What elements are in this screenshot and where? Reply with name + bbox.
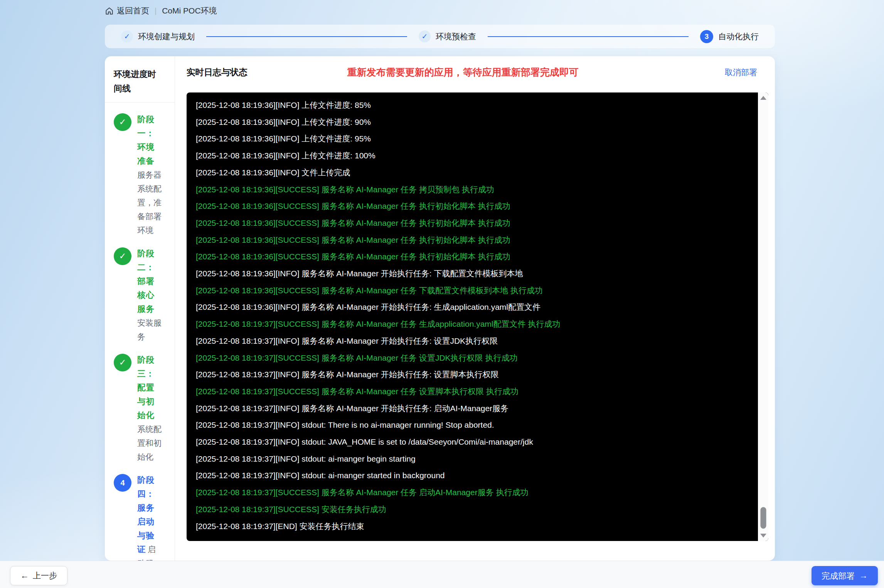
left-arrow-icon: ← bbox=[20, 571, 29, 580]
log-line: [2025-12-08 18:19:37][INFO] stdout: ai-m… bbox=[196, 467, 754, 484]
right-arrow-icon: → bbox=[859, 571, 868, 580]
stage-desc: 安装服务 bbox=[137, 318, 162, 341]
log-section: 实时日志与状态 重新发布需要更新的应用，等待应用重新部署完成即可 取消部署 [2… bbox=[175, 56, 775, 561]
check-icon: ✓ bbox=[419, 30, 431, 42]
log-line: [2025-12-08 18:19:36][INFO] 文件上传完成 bbox=[196, 164, 754, 181]
log-line: [2025-12-08 18:19:36][SUCCESS] 服务名称 AI-M… bbox=[196, 282, 754, 299]
log-line: [2025-12-08 18:19:36][SUCCESS] 服务名称 AI-M… bbox=[196, 198, 754, 215]
stage-title: 阶段一：环境准备 bbox=[137, 115, 155, 166]
log-line: [2025-12-08 18:19:37][SUCCESS] 服务名称 AI-M… bbox=[196, 316, 754, 333]
log-line: [2025-12-08 18:19:36][SUCCESS] 服务名称 AI-M… bbox=[196, 215, 754, 232]
stepper-connector bbox=[488, 36, 689, 37]
cancel-deploy-link[interactable]: 取消部署 bbox=[725, 67, 757, 78]
stage-title: 阶段三：配置与初始化 bbox=[137, 355, 155, 420]
stepper-connector bbox=[206, 36, 407, 37]
stepper-step-1[interactable]: ✓ 环境创建与规划 bbox=[121, 30, 195, 42]
log-line: [2025-12-08 18:19:37][SUCCESS] 安装任务执行成功 bbox=[196, 501, 754, 518]
scrollbar[interactable] bbox=[758, 92, 768, 541]
stage-title: 阶段二：部署核心服务 bbox=[137, 249, 155, 314]
log-header: 实时日志与状态 重新发布需要更新的应用，等待应用重新部署完成即可 取消部署 bbox=[187, 66, 757, 79]
log-line: [2025-12-08 18:19:36][SUCCESS] 服务名称 AI-M… bbox=[196, 232, 754, 249]
check-icon: ✓ bbox=[114, 247, 131, 265]
log-title: 实时日志与状态 bbox=[187, 66, 248, 78]
timeline-stage-1: ✓ 阶段一：环境准备 服务器系统配置，准备部署环境 bbox=[114, 113, 167, 237]
log-line: [2025-12-08 18:19:37][INFO] 服务名称 AI-Mana… bbox=[196, 366, 754, 383]
stage-desc: 系统配置和初始化 bbox=[137, 425, 162, 461]
timeline-stage-3: ✓ 阶段三：配置与初始化 系统配置和初始化 bbox=[114, 353, 167, 464]
stage-number-badge: 4 bbox=[114, 474, 131, 492]
breadcrumb-separator: | bbox=[154, 7, 157, 15]
log-line: [2025-12-08 18:19:37][SUCCESS] 服务名称 AI-M… bbox=[196, 484, 754, 501]
finish-deploy-label: 完成部署 bbox=[822, 570, 855, 581]
log-line: [2025-12-08 18:19:37][END] 安装任务执行结束 bbox=[196, 518, 754, 535]
log-line: [2025-12-08 18:19:37][INFO] stdout: Ther… bbox=[196, 417, 754, 433]
log-line: [2025-12-08 18:19:36][SUCCESS] 服务名称 AI-M… bbox=[196, 181, 754, 198]
home-link[interactable]: 返回首页 bbox=[105, 5, 149, 16]
scrollbar-thumb[interactable] bbox=[760, 507, 766, 529]
home-icon bbox=[105, 7, 114, 15]
terminal: [2025-12-08 18:19:36][INFO] 上传文件进度: 85%[… bbox=[187, 92, 768, 541]
timeline-stage-4: 4 阶段四：服务启动与验证 启动服 bbox=[114, 473, 167, 561]
timeline-stage-2: ✓ 阶段二：部署核心服务 安装服务 bbox=[114, 247, 167, 344]
log-annotation: 重新发布需要更新的应用，等待应用重新部署完成即可 bbox=[248, 66, 725, 79]
main-panel: 环境进度时间线 ✓ 阶段一：环境准备 服务器系统配置，准备部署环境 ✓ 阶段二：… bbox=[105, 56, 775, 561]
log-line: [2025-12-08 18:19:36][INFO] 上传文件进度: 85% bbox=[196, 97, 754, 114]
check-icon: ✓ bbox=[114, 113, 131, 131]
page-title: CoMi POC环境 bbox=[162, 5, 217, 16]
timeline: ✓ 阶段一：环境准备 服务器系统配置，准备部署环境 ✓ 阶段二：部署核心服务 安… bbox=[114, 113, 167, 561]
log-line: [2025-12-08 18:19:37][INFO] 服务名称 AI-Mana… bbox=[196, 400, 754, 417]
step-number-badge: 3 bbox=[700, 30, 713, 43]
check-icon: ✓ bbox=[114, 354, 131, 371]
page: 返回首页 | CoMi POC环境 ✓ 环境创建与规划 ✓ 环境预检查 3 自动… bbox=[0, 0, 884, 588]
stage-title: 阶段四：服务启动与验证 bbox=[137, 475, 155, 554]
log-line: [2025-12-08 18:19:37][INFO] stdout: ai-m… bbox=[196, 450, 754, 467]
log-line: [2025-12-08 18:19:36][INFO] 上传文件进度: 90% bbox=[196, 114, 754, 131]
step-label: 自动化执行 bbox=[718, 31, 759, 42]
log-output[interactable]: [2025-12-08 18:19:36][INFO] 上传文件进度: 85%[… bbox=[187, 92, 758, 541]
log-line: [2025-12-08 18:19:36][INFO] 上传文件进度: 95% bbox=[196, 130, 754, 147]
divider bbox=[105, 102, 175, 102]
stepper-step-3[interactable]: 3 自动化执行 bbox=[700, 30, 759, 43]
step-label: 环境创建与规划 bbox=[138, 31, 195, 42]
previous-step-button[interactable]: ← 上一步 bbox=[10, 566, 67, 585]
log-line: [2025-12-08 18:19:37][SUCCESS] 服务名称 AI-M… bbox=[196, 383, 754, 400]
step-label: 环境预检查 bbox=[436, 31, 476, 42]
previous-step-label: 上一步 bbox=[33, 570, 57, 581]
log-line: [2025-12-08 18:19:37][INFO] 服务名称 AI-Mana… bbox=[196, 333, 754, 349]
log-line: [2025-12-08 18:19:36][INFO] 服务名称 AI-Mana… bbox=[196, 265, 754, 282]
footer-bar: ← 上一步 完成部署 → bbox=[0, 561, 884, 588]
stage-desc: 服务器系统配置，准备部署环境 bbox=[137, 170, 162, 235]
stepper-step-2[interactable]: ✓ 环境预检查 bbox=[419, 30, 476, 42]
check-icon: ✓ bbox=[121, 30, 133, 42]
log-line: [2025-12-08 18:19:36][SUCCESS] 服务名称 AI-M… bbox=[196, 248, 754, 265]
breadcrumb: 返回首页 | CoMi POC环境 bbox=[105, 5, 217, 17]
scroll-up-icon[interactable] bbox=[760, 96, 766, 100]
log-line: [2025-12-08 18:19:36][INFO] 上传文件进度: 100% bbox=[196, 147, 754, 164]
timeline-sidebar: 环境进度时间线 ✓ 阶段一：环境准备 服务器系统配置，准备部署环境 ✓ 阶段二：… bbox=[105, 56, 175, 561]
home-label[interactable]: 返回首页 bbox=[117, 5, 149, 16]
sidebar-title: 环境进度时间线 bbox=[114, 67, 158, 96]
log-line: [2025-12-08 18:19:36][INFO] 服务名称 AI-Mana… bbox=[196, 299, 754, 316]
log-line: [2025-12-08 18:19:37][INFO] stdout: JAVA… bbox=[196, 433, 754, 450]
scroll-down-icon[interactable] bbox=[760, 534, 766, 538]
finish-deploy-button[interactable]: 完成部署 → bbox=[812, 566, 878, 585]
stepper: ✓ 环境创建与规划 ✓ 环境预检查 3 自动化执行 bbox=[105, 25, 775, 48]
log-line: [2025-12-08 18:19:37][SUCCESS] 服务名称 AI-M… bbox=[196, 349, 754, 366]
